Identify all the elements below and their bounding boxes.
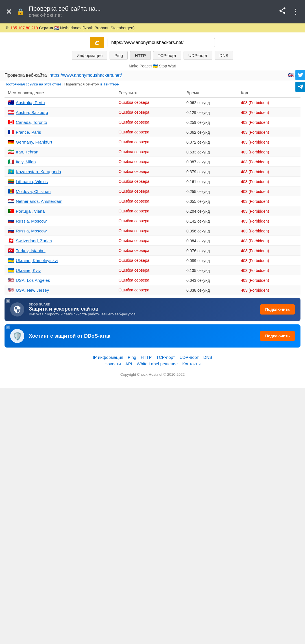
menu-button[interactable]: ⋮	[292, 7, 299, 16]
lang-en-flag[interactable]: 🇬🇧	[288, 72, 294, 78]
time-text: 0.076 секунд	[186, 249, 210, 253]
ad-close-1[interactable]: ✕	[6, 299, 10, 303]
twitter-button[interactable]	[295, 70, 305, 80]
url-input[interactable]	[108, 38, 215, 47]
ip-bar: IP: 185.107.80.219 Страна 🇳🇱 Netherlands…	[0, 23, 305, 32]
code-text: 403 (Forbidden)	[241, 179, 269, 184]
result-text: Ошибка сервера	[119, 209, 149, 213]
location-link[interactable]: 🇮🇹Italy, Milan	[8, 159, 112, 165]
time-text: 0.062 секунд	[186, 100, 210, 105]
location-link[interactable]: 🇹🇷Turkey, Istanbul	[8, 247, 112, 254]
code-text: 403 (Forbidden)	[241, 268, 269, 273]
col-result: Результат	[115, 88, 183, 98]
peace-message: Make Peace! 🇺🇦 Stop War!	[0, 62, 305, 70]
code-text: 403 (Forbidden)	[241, 160, 269, 164]
time-text: 0.161 секунд	[186, 179, 210, 184]
country-label: Страна	[39, 26, 53, 30]
nav-btn-tcp[interactable]: TCP-порт	[153, 51, 181, 60]
code-text: 403 (Forbidden)	[241, 288, 269, 293]
nav-btn-udp[interactable]: UDP-порт	[184, 51, 212, 60]
location-link[interactable]: 🇨🇭Switzerland, Zurich	[8, 238, 112, 244]
nav-btn-http[interactable]: HTTP	[130, 51, 151, 60]
nav-btn-[interactable]: Информация	[72, 51, 107, 60]
footer-row-1: IP информацияPingHTTPTCP-портUDP-портDNS	[5, 355, 300, 360]
code-text: 403 (Forbidden)	[241, 189, 269, 194]
location-link[interactable]: 🇺🇸USA, New Jersey	[8, 287, 112, 293]
time-text: 0.633 секунд	[186, 150, 210, 154]
footer-copyright: Copyright Check-Host.net © 2010-2022	[0, 372, 305, 382]
footer-link-ping[interactable]: Ping	[128, 355, 136, 360]
table-row: 🇺🇦Ukraine, KhmelnytskyiОшибка сервера0.0…	[5, 256, 300, 265]
footer-link-[interactable]: Контакты	[182, 361, 201, 366]
time-text: 0.259 секунд	[186, 120, 210, 125]
footer-link-udp[interactable]: UDP-порт	[180, 355, 199, 360]
footer-link-dns[interactable]: DNS	[203, 355, 212, 360]
table-row: 🇦🇺Australia, PerthОшибка сервера0.062 се…	[5, 98, 300, 107]
page-title: Проверка веб-сайта на...	[29, 5, 274, 12]
footer-link-http[interactable]: HTTP	[141, 355, 152, 360]
footer-link-[interactable]: Новости	[104, 361, 121, 366]
col-code: Код	[238, 88, 300, 98]
ad1-brand: DDOS-GUARD	[29, 303, 256, 306]
footer-link-api[interactable]: API	[125, 361, 132, 366]
location-link[interactable]: 🇺🇸USA, Los Angeles	[8, 277, 112, 283]
table-row: 🇵🇹Portugal, VianaОшибка сервера0.204 сек…	[5, 206, 300, 216]
location-link[interactable]: 🇮🇷Iran, Tehran	[8, 149, 112, 155]
close-icon[interactable]: ✕	[6, 7, 12, 16]
location-link[interactable]: 🇳🇱Netherlands, Amsterdam	[8, 198, 112, 204]
ad1-connect-button[interactable]: Подключить	[260, 304, 295, 315]
location-link[interactable]: 🇺🇦Ukraine, Khmelnytskyi	[8, 257, 112, 263]
telegram-button[interactable]	[295, 82, 305, 92]
location-link[interactable]: 🇨🇦Canada, Toronto	[8, 119, 112, 125]
time-text: 0.038 секунд	[186, 288, 210, 293]
footer-link-tcp[interactable]: TCP-порт	[156, 355, 175, 360]
ip-address[interactable]: 185.107.80.219	[10, 26, 38, 30]
share-text: Поделиться отчетом	[64, 82, 99, 86]
ad2-connect-button[interactable]: Подключить	[260, 331, 295, 341]
ad1-icon	[10, 302, 24, 316]
location-link[interactable]: 🇱🇹Lithuania, Vilnius	[8, 178, 112, 184]
result-text: Ошибка сервера	[119, 228, 149, 233]
location-link[interactable]: 🇲🇩Moldova, Chisinau	[8, 188, 112, 194]
table-row: 🇷🇺Russia, MoscowОшибка сервера0.142 секу…	[5, 216, 300, 226]
table-row: 🇹🇷Turkey, IstanbulОшибка сервера0.076 се…	[5, 246, 300, 256]
code-text: 403 (Forbidden)	[241, 199, 269, 204]
location-link[interactable]: 🇩🇪Germany, Frankfurt	[8, 139, 112, 145]
location-link[interactable]: 🇦🇺Australia, Perth	[8, 99, 112, 105]
ad-banner-2[interactable]: ✕ 🛡️ Хостинг с защитой от DDoS-атак Подк…	[5, 324, 300, 348]
country-text: Netherlands (North Brabant, Steenbergen)	[60, 26, 135, 30]
ad2-text: Хостинг с защитой от DDoS-атак	[29, 333, 256, 339]
time-text: 0.055 секунд	[186, 199, 210, 204]
footer-link-ip[interactable]: IP информация	[93, 355, 123, 360]
time-text: 0.204 секунд	[186, 209, 210, 214]
share-twitter[interactable]: в Твиттере	[100, 82, 119, 86]
check-header-url[interactable]: https://www.anonymoushackers.net/	[50, 73, 122, 78]
location-link[interactable]: 🇺🇦Ukraine, Kyiv	[8, 267, 112, 273]
location-link[interactable]: 🇰🇿Kazakhstan, Karaganda	[8, 168, 112, 175]
location-link[interactable]: 🇷🇺Russia, Moscow	[8, 218, 112, 224]
ad-close-2[interactable]: ✕	[6, 326, 10, 329]
result-text: Ошибка сервера	[119, 268, 149, 272]
table-row: 🇮🇹Italy, MilanОшибка сервера0.087 секунд…	[5, 157, 300, 167]
location-link[interactable]: 🇵🇹Portugal, Viana	[8, 208, 112, 214]
share-button[interactable]	[278, 7, 286, 17]
code-text: 403 (Forbidden)	[241, 130, 269, 135]
browser-actions: ⋮	[278, 7, 299, 17]
table-row: 🇦🇹Austria, SalzburgОшибка сервера0.129 с…	[5, 107, 300, 117]
permalink[interactable]: Постоянная ссылка на этот отчет	[5, 82, 61, 86]
result-text: Ошибка сервера	[119, 179, 149, 184]
time-text: 0.255 секунд	[186, 189, 210, 194]
footer-link-whitelabel[interactable]: White Label решение	[137, 361, 178, 366]
location-link[interactable]: 🇷🇺Russia, Moscow	[8, 228, 112, 234]
result-text: Ошибка сервера	[119, 140, 149, 144]
nav-btn-ping[interactable]: Ping	[110, 51, 128, 60]
result-text: Ошибка сервера	[119, 219, 149, 223]
location-link[interactable]: 🇫🇷France, Paris	[8, 129, 112, 135]
location-link[interactable]: 🇦🇹Austria, Salzburg	[8, 109, 112, 115]
ad-banner-1[interactable]: ✕ DDOS-GUARD Защита и ускорение сайтов В…	[5, 298, 300, 321]
table-row: 🇲🇩Moldova, ChisinauОшибка сервера0.255 с…	[5, 186, 300, 196]
code-text: 403 (Forbidden)	[241, 219, 269, 223]
nav-btn-dns[interactable]: DNS	[215, 51, 233, 60]
result-text: Ошибка сервера	[119, 110, 149, 115]
time-text: 0.043 секунд	[186, 278, 210, 283]
